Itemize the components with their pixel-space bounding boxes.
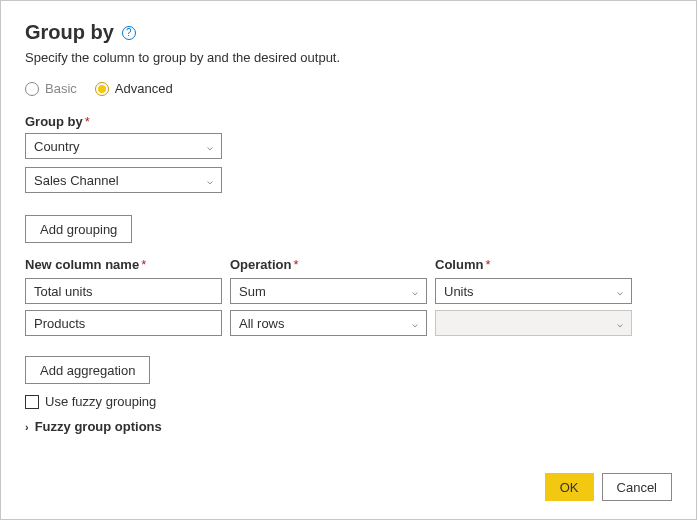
dialog-title: Group by: [25, 21, 114, 44]
radio-basic[interactable]: Basic: [25, 81, 77, 96]
fuzzy-grouping-label: Use fuzzy grouping: [45, 394, 156, 409]
fuzzy-grouping-row: Use fuzzy grouping: [25, 394, 672, 409]
aggregation-row: Products All rows ⌵ ⌵: [25, 310, 672, 336]
group-by-dropdown-0[interactable]: Country ⌵: [25, 133, 222, 159]
new-column-name-input-0[interactable]: Total units: [25, 278, 222, 304]
chevron-down-icon: ⌵: [412, 286, 418, 297]
radio-advanced[interactable]: Advanced: [95, 81, 173, 96]
fuzzy-options-label: Fuzzy group options: [35, 419, 162, 434]
required-marker: *: [85, 114, 90, 129]
add-grouping-button[interactable]: Add grouping: [25, 215, 132, 243]
chevron-down-icon: ⌵: [617, 286, 623, 297]
ok-button[interactable]: OK: [545, 473, 594, 501]
group-by-dropdown-1[interactable]: Sales Channel ⌵: [25, 167, 222, 193]
dialog-footer: OK Cancel: [545, 473, 672, 501]
operation-dropdown-0[interactable]: Sum ⌵: [230, 278, 427, 304]
chevron-down-icon: ⌵: [207, 175, 213, 186]
dialog-subtitle: Specify the column to group by and the d…: [25, 50, 672, 65]
new-column-name-input-1[interactable]: Products: [25, 310, 222, 336]
header-operation: Operation*: [230, 257, 427, 272]
radio-basic-label: Basic: [45, 81, 77, 96]
group-by-label: Group by*: [25, 114, 672, 129]
header-new-column-name: New column name*: [25, 257, 222, 272]
chevron-down-icon: ⌵: [617, 318, 623, 329]
aggregation-row: Total units Sum ⌵ Units ⌵: [25, 278, 672, 304]
help-icon[interactable]: ?: [122, 26, 136, 40]
fuzzy-options-expander[interactable]: › Fuzzy group options: [25, 419, 672, 434]
group-by-value-1: Sales Channel: [34, 173, 119, 188]
chevron-down-icon: ⌵: [207, 141, 213, 152]
group-by-dialog: Group by ? Specify the column to group b…: [0, 0, 697, 520]
fuzzy-grouping-checkbox[interactable]: [25, 395, 39, 409]
chevron-down-icon: ⌵: [412, 318, 418, 329]
radio-dot-icon: [25, 82, 39, 96]
dialog-header: Group by ?: [25, 21, 672, 44]
chevron-right-icon: ›: [25, 421, 29, 433]
mode-radio-group: Basic Advanced: [25, 81, 672, 96]
group-by-value-0: Country: [34, 139, 80, 154]
header-column: Column*: [435, 257, 632, 272]
aggregation-table: New column name* Operation* Column* Tota…: [25, 257, 672, 336]
column-dropdown-1-disabled: ⌵: [435, 310, 632, 336]
radio-dot-selected-icon: [95, 82, 109, 96]
column-dropdown-0[interactable]: Units ⌵: [435, 278, 632, 304]
add-aggregation-button[interactable]: Add aggregation: [25, 356, 150, 384]
radio-advanced-label: Advanced: [115, 81, 173, 96]
operation-dropdown-1[interactable]: All rows ⌵: [230, 310, 427, 336]
cancel-button[interactable]: Cancel: [602, 473, 672, 501]
